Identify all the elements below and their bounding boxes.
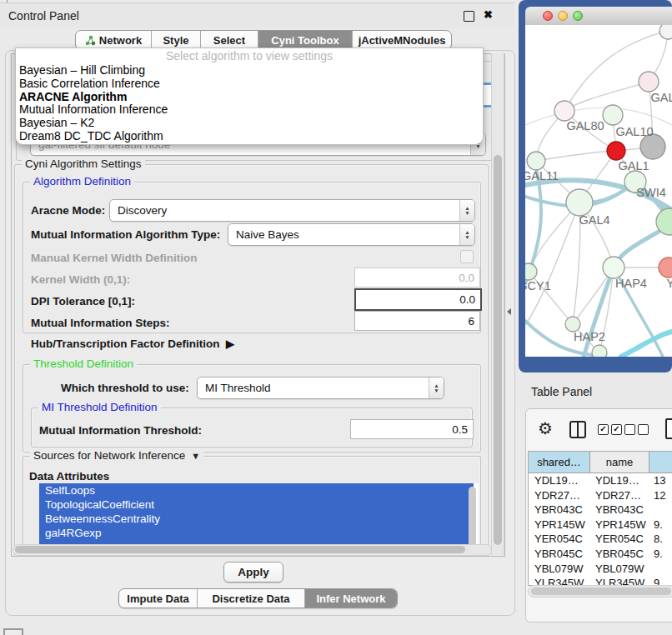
hub-definition-toggle[interactable]: Hub/Transcription Factor Definition ▶ <box>31 338 234 350</box>
columns-icon[interactable] <box>569 421 586 438</box>
tab-impute-data[interactable]: Impute Data <box>119 589 198 608</box>
dropdown-item[interactable]: Bayesian – K2 <box>16 117 483 130</box>
tab-discretize-data[interactable]: Discretize Data <box>198 589 305 608</box>
columns-icon-divider <box>577 422 579 437</box>
minimize-window-icon[interactable] <box>558 11 568 21</box>
sources-title-text: Sources for Network Inference <box>33 449 185 462</box>
cell: 12 <box>648 488 672 503</box>
unchecked-box-icon <box>624 424 635 435</box>
network-canvas[interactable]: GAL GAL80 GAL10 GAL1 GAL11 SWI4 GAL4 GCY… <box>525 25 672 357</box>
deselect-all-columns-icon[interactable] <box>624 424 649 435</box>
table-body[interactable]: YDL19… YDL19… 13 YDR27… YDR27… 12 YBR043… <box>529 473 672 586</box>
list-item[interactable]: gal4RGexp <box>39 526 474 540</box>
list-item[interactable]: SelfLoops <box>39 483 474 498</box>
mi-steps-label: Mutual Information Steps: <box>31 317 170 329</box>
cell: YBR043C <box>589 502 648 518</box>
node-label: SWI4 <box>636 186 665 199</box>
tab-jactivemnodules-label: jActiveMNodules <box>359 34 446 47</box>
node-label: GAL1 <box>618 159 649 172</box>
algorithm-dropdown: Select algorithm to view settings Bayesi… <box>15 48 484 145</box>
network-window-titlebar[interactable] <box>525 7 672 26</box>
cell: 13 <box>648 473 672 488</box>
table-panel-titlebar: Table Panel <box>519 372 672 408</box>
close-window-icon[interactable] <box>543 11 553 21</box>
dropdown-item-selected[interactable]: ARACNE Algorithm <box>16 91 483 104</box>
table-row[interactable]: YBL079W YBL079W <box>529 562 672 577</box>
tab-network[interactable]: Network <box>76 31 152 49</box>
cell <box>648 562 672 577</box>
aracne-mode-value: Discovery <box>110 204 459 217</box>
node-label: Y <box>666 277 672 290</box>
close-panel-icon[interactable]: ✖ <box>484 8 493 21</box>
table-row[interactable]: YBR045C YBR045C 9. <box>529 547 672 562</box>
table-row[interactable]: YDL19… YDL19… 13 <box>529 473 672 488</box>
network-window[interactable]: GAL GAL80 GAL10 GAL1 GAL11 SWI4 GAL4 GCY… <box>519 0 672 372</box>
mi-type-combo[interactable]: Naive Bayes ▲▼ <box>228 223 475 246</box>
settings-vscroll-track[interactable] <box>491 53 504 555</box>
manual-kernel-checkbox[interactable] <box>460 250 474 263</box>
splitter-collapse-icon[interactable] <box>507 308 511 315</box>
tab-infer-network[interactable]: Infer Network <box>305 589 397 608</box>
settings-hscroll-thumb[interactable] <box>15 546 465 553</box>
mi-threshold-field[interactable]: 0.5 <box>350 419 474 439</box>
collapsed-arrow-icon: ▶ <box>223 338 234 350</box>
tab-style[interactable]: Style <box>152 31 201 49</box>
cell: YER054C <box>529 532 589 547</box>
list-item[interactable]: BetweennessCentrality <box>39 512 474 526</box>
settings-vscroll-thumb[interactable] <box>494 155 502 545</box>
table-row[interactable]: YDR27… YDR27… 12 <box>529 488 672 503</box>
column-header-name[interactable]: name <box>590 452 649 472</box>
cell: YBR045C <box>589 547 648 562</box>
cell: YBL079W <box>589 562 648 577</box>
which-threshold-label: Which threshold to use: <box>61 382 189 394</box>
gear-icon[interactable]: ⚙ <box>538 418 553 438</box>
minimized-panel-icon[interactable] <box>3 628 23 635</box>
aracne-mode-combo[interactable]: Discovery ▲▼ <box>109 199 475 222</box>
dropdown-item[interactable]: Dream8 DC_TDC Algorithm <box>16 130 483 143</box>
control-panel-titlebar: Control Panel ✖ <box>0 2 514 28</box>
table-hscroll-thumb[interactable] <box>531 588 671 595</box>
which-threshold-combo[interactable]: MI Threshold ▲▼ <box>197 377 444 399</box>
control-panel: Control Panel ✖ Network Style Select Cyn… <box>0 0 514 635</box>
table-row[interactable]: YBR043C YBR043C <box>529 502 672 518</box>
column-header-cut[interactable] <box>649 452 672 472</box>
stepper-icon: ▲▼ <box>429 378 444 398</box>
sources-group-title[interactable]: Sources for Network Inference ▼ <box>30 449 203 462</box>
algorithm-definition-title: Algorithm Definition <box>30 175 134 188</box>
dropdown-item[interactable]: Mutual Information Inference <box>16 103 483 117</box>
tab-select[interactable]: Select <box>201 31 258 49</box>
apply-button[interactable]: Apply <box>223 562 283 582</box>
stepper-icon: ▲▼ <box>459 200 474 221</box>
list-item[interactable]: TopologicalCoefficient <box>39 498 474 512</box>
list-scrollbar[interactable] <box>469 487 476 552</box>
new-table-icon[interactable] <box>665 418 672 439</box>
node-gal4 <box>566 189 593 216</box>
table-hscroll-track[interactable] <box>528 585 672 598</box>
node-unlabeled <box>659 25 672 39</box>
dpi-tolerance-field[interactable]: 0.0 <box>354 288 482 311</box>
node-label: GAL10 <box>615 125 653 138</box>
table-row[interactable]: YPR145W YPR145W 9. <box>529 518 672 532</box>
table-row[interactable]: YER054C YER054C 8. <box>529 532 672 547</box>
kernel-width-field[interactable]: 0.0 <box>354 268 480 288</box>
mi-threshold-label: Mutual Information Threshold: <box>39 424 202 437</box>
node-label: GAL <box>650 91 672 104</box>
column-header-shared-name[interactable]: shared… <box>529 452 590 472</box>
mi-steps-field[interactable]: 6 <box>354 311 480 331</box>
zoom-window-icon[interactable] <box>573 11 583 21</box>
float-panel-icon[interactable] <box>464 11 474 22</box>
node-gal-cut <box>639 72 659 92</box>
dropdown-item[interactable]: Bayesian – Hill Climbing <box>16 64 483 78</box>
node-salmon <box>659 258 672 278</box>
node-label: HAP2 <box>574 330 605 343</box>
stepper-icon: ▲▼ <box>459 224 474 245</box>
mi-type-label: Mutual Information Algorithm Type: <box>31 228 220 241</box>
tab-cyni-toolbox[interactable]: Cyni Toolbox <box>258 31 353 49</box>
tab-jactivemnodules[interactable]: jActiveMNodules <box>353 31 451 49</box>
cell: YDR27… <box>529 488 589 503</box>
dropdown-item[interactable]: Basic Correlation Inference <box>16 78 483 91</box>
cell: YPR145W <box>529 518 589 532</box>
table-panel-title: Table Panel <box>531 385 592 398</box>
settings-hscroll-track[interactable] <box>13 544 492 556</box>
select-all-columns-icon[interactable]: ✓ ✓ <box>598 424 622 435</box>
